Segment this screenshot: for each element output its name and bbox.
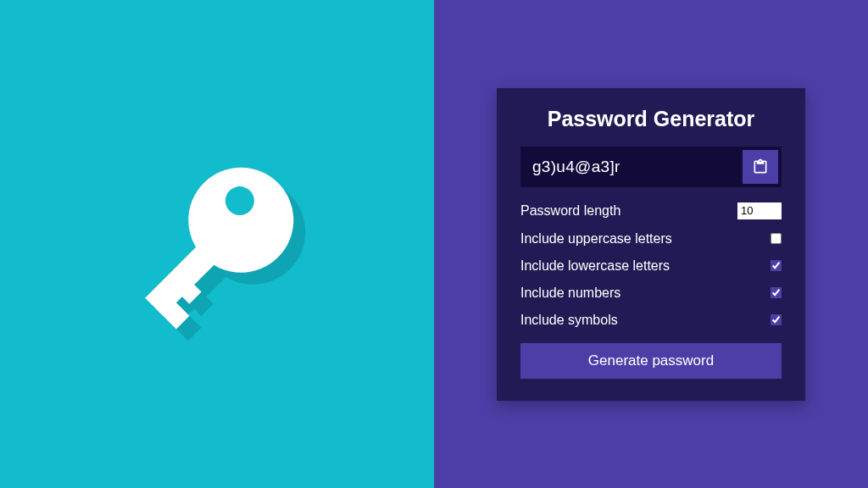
lowercase-label: Include lowercase letters (520, 258, 670, 274)
setting-uppercase: Include uppercase letters (520, 231, 782, 247)
setting-length: Password length (520, 202, 782, 219)
numbers-label: Include numbers (520, 286, 620, 301)
key-icon (111, 138, 323, 350)
setting-lowercase: Include lowercase letters (520, 258, 782, 274)
generate-button[interactable]: Generate password (520, 343, 782, 379)
symbols-checkbox[interactable] (771, 314, 782, 325)
uppercase-checkbox[interactable] (771, 233, 782, 244)
lowercase-checkbox[interactable] (771, 260, 782, 271)
numbers-checkbox[interactable] (771, 287, 782, 298)
length-label: Password length (520, 203, 620, 219)
key-illustration (111, 138, 323, 350)
setting-symbols: Include symbols (520, 313, 782, 328)
page-title: Password Generator (520, 107, 782, 131)
clipboard-icon (752, 158, 769, 175)
symbols-label: Include symbols (520, 313, 618, 328)
svg-rect-7 (145, 241, 220, 315)
decorative-panel (0, 0, 434, 488)
length-input[interactable] (737, 202, 782, 219)
app-panel: Password Generator g3)u4@a3]r Password l… (434, 0, 868, 488)
setting-numbers: Include numbers (520, 286, 782, 301)
copy-button[interactable] (743, 150, 778, 184)
generator-card: Password Generator g3)u4@a3]r Password l… (497, 88, 805, 401)
generated-password: g3)u4@a3]r (520, 147, 739, 187)
result-container: g3)u4@a3]r (520, 147, 782, 187)
uppercase-label: Include uppercase letters (520, 231, 672, 247)
